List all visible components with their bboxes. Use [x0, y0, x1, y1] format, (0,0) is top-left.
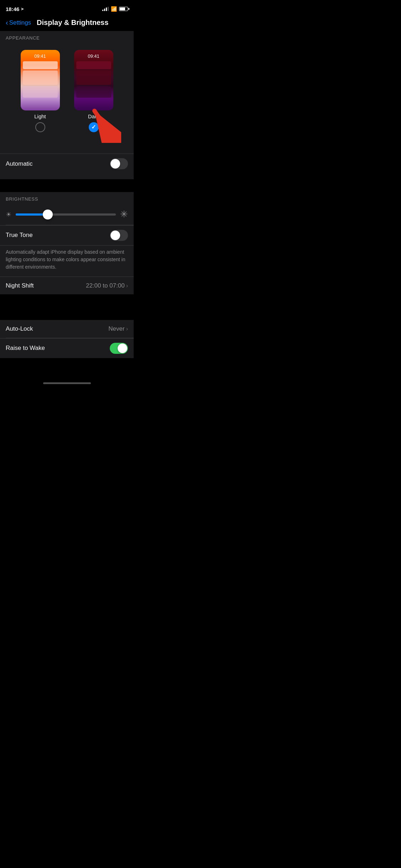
wifi-icon: ️📶 [111, 6, 117, 12]
sun-large-icon: ✳ [120, 209, 128, 220]
home-indicator [0, 379, 134, 386]
auto-lock-section: Auto-Lock Never › Raise to Wake [0, 320, 134, 358]
auto-lock-value: Never [108, 325, 124, 332]
true-tone-row: True Tone [0, 225, 134, 245]
slider-thumb[interactable] [43, 210, 53, 219]
back-chevron-icon: ‹ [6, 19, 8, 26]
status-bar: 18:46 ➤ ️📶 [0, 0, 134, 16]
true-tone-toggle-knob [110, 231, 120, 240]
appearance-section-header: APPEARANCE [0, 31, 134, 43]
appearance-section: 09:41 Light 09:41 Dark [0, 43, 134, 179]
night-shift-row[interactable]: Night Shift 22:00 to 07:00 › [0, 277, 134, 294]
automatic-row: Automatic [0, 154, 134, 174]
raise-to-wake-toggle[interactable] [110, 343, 128, 354]
true-tone-description: Automatically adapt iPhone display based… [6, 248, 128, 271]
toggle-knob [110, 159, 120, 169]
true-tone-toggle[interactable] [110, 230, 128, 241]
back-label: Settings [9, 19, 31, 26]
dark-appearance-option[interactable]: 09:41 Dark ✓ [74, 50, 113, 132]
signal-strength [102, 7, 109, 11]
light-label: Light [34, 113, 46, 119]
dark-preview-bars [76, 61, 111, 98]
auto-lock-row[interactable]: Auto-Lock Never › [0, 320, 134, 338]
sun-small-icon: ☀ [6, 211, 11, 218]
status-time: 18:46 ➤ [6, 6, 24, 12]
battery-fill [120, 7, 125, 10]
dark-label: Dark [88, 113, 99, 119]
dark-preview-time: 09:41 [74, 53, 113, 59]
automatic-toggle[interactable] [110, 158, 128, 169]
back-button[interactable]: ‹ Settings [6, 19, 31, 26]
night-shift-value: 22:00 to 07:00 [86, 282, 125, 289]
auto-lock-label: Auto-Lock [6, 325, 33, 332]
dark-preview: 09:41 [74, 50, 113, 110]
brightness-slider-row: ☀ ✳ [0, 204, 134, 225]
section-gap-1 [0, 179, 134, 192]
appearance-options: 09:41 Light 09:41 Dark [0, 50, 134, 132]
page-title: Display & Brightness [37, 19, 108, 27]
brightness-slider[interactable] [16, 213, 116, 216]
location-icon: ➤ [21, 7, 24, 11]
home-bar [43, 382, 91, 384]
light-preview-time: 09:41 [21, 53, 60, 59]
night-shift-value-container: 22:00 to 07:00 › [86, 282, 128, 289]
raise-to-wake-knob [118, 343, 127, 353]
dark-selector[interactable]: ✓ [89, 122, 99, 132]
light-appearance-option[interactable]: 09:41 Light [21, 50, 60, 132]
raise-to-wake-row: Raise to Wake [0, 338, 134, 358]
night-shift-chevron-icon: › [126, 283, 128, 289]
light-preview-bars [23, 61, 58, 98]
brightness-section-header: BRIGHTNESS [0, 192, 134, 204]
auto-lock-value-container: Never › [108, 325, 128, 332]
raise-to-wake-label: Raise to Wake [6, 345, 45, 352]
status-icons: ️📶 [102, 6, 128, 12]
section-gap-2 [0, 294, 134, 307]
auto-lock-chevron-icon: › [126, 326, 128, 332]
nav-header: ‹ Settings Display & Brightness [0, 16, 134, 31]
light-selector[interactable] [35, 122, 45, 132]
battery-icon [119, 7, 128, 11]
light-preview: 09:41 [21, 50, 60, 110]
true-tone-description-row: Automatically adapt iPhone display based… [0, 245, 134, 277]
true-tone-label: True Tone [6, 232, 33, 239]
automatic-label: Automatic [6, 160, 33, 167]
bottom-spacer [0, 358, 134, 379]
night-shift-label: Night Shift [6, 282, 34, 289]
checkmark-icon: ✓ [91, 124, 96, 130]
time-display: 18:46 [6, 6, 19, 12]
brightness-section: ☀ ✳ True Tone Automatically adapt iPhone… [0, 204, 134, 294]
